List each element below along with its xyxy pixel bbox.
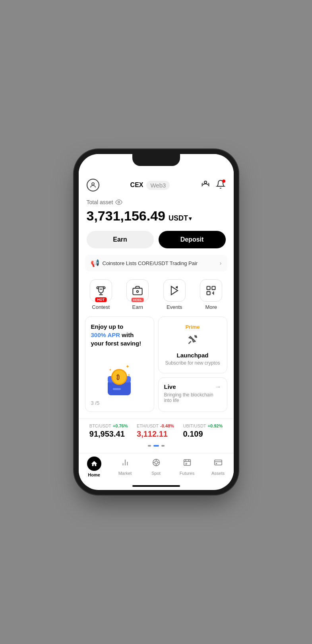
earn-label: Earn	[132, 304, 143, 310]
svg-rect-6	[207, 287, 210, 290]
quick-link-more[interactable]: More	[200, 279, 222, 310]
tab-web3[interactable]: Web3	[146, 181, 170, 190]
action-buttons: Earn Deposit	[79, 229, 234, 255]
ubit-ticker[interactable]: UBIT/USDT +0.92% 0.109	[183, 423, 223, 439]
futures-label: Futures	[180, 471, 194, 476]
asset-section: Total asset 3,731,156.49 USDT ▾	[79, 195, 234, 229]
more-label: More	[205, 304, 217, 310]
btc-price: 91,953.41	[89, 429, 128, 439]
quick-links-row: HOT Contest HODL Earn	[79, 278, 234, 316]
futures-icon	[183, 458, 192, 469]
svg-point-32	[216, 463, 217, 464]
prime-label: Prime	[185, 324, 200, 330]
spot-label: Spot	[151, 471, 161, 476]
contest-icon-wrap: HOT	[90, 279, 112, 302]
btc-ticker[interactable]: BTC/USDT +0.76% 91,953.41	[89, 423, 128, 439]
asset-amount-value: 3,731,156.49	[87, 208, 166, 224]
launchpad-title: Launchpad	[176, 352, 208, 359]
announcement-arrow: ›	[220, 260, 222, 266]
earn-card-counter: 3 /5	[91, 400, 148, 406]
asset-currency[interactable]: USDT ▾	[169, 214, 192, 222]
launchpad-desc: Subscribe for new cryptos	[165, 360, 220, 366]
earn-apr: 300% APR	[91, 332, 120, 338]
notification-bell[interactable]	[216, 180, 225, 191]
svg-text:✦: ✦	[126, 364, 130, 369]
live-desc: Bringing the blockchain into life	[164, 392, 221, 403]
assets-icon	[214, 458, 223, 469]
svg-rect-17	[113, 388, 121, 390]
svg-point-18	[194, 335, 197, 338]
dot-3	[161, 445, 165, 447]
svg-point-2	[118, 201, 120, 203]
cards-grid: Enjoy up to 300% APR with your forst sav…	[79, 316, 234, 418]
tab-cex[interactable]: CEX	[130, 181, 143, 189]
earn-card-bottom: ✦ ✦ ✦ ₿	[91, 357, 148, 406]
earn-card-text: Enjoy up to 300% APR with your forst sav…	[91, 322, 148, 347]
svg-point-4	[137, 291, 139, 293]
dot-1	[148, 445, 151, 447]
announcement-banner[interactable]: 📢 Coinstore Lists CORE/USDT Trading Pair…	[85, 255, 227, 271]
hot-badge: HOT	[95, 297, 107, 302]
svg-text:₿: ₿	[116, 374, 120, 381]
launchpad-card[interactable]: Prime Launchpad Subscribe for new crypto…	[158, 316, 227, 373]
home-indicator	[132, 485, 180, 487]
nav-home[interactable]: Home	[79, 457, 110, 477]
live-arrow: →	[215, 383, 221, 390]
support-icon[interactable]	[201, 179, 210, 191]
dot-2-active	[153, 445, 159, 447]
svg-rect-3	[133, 288, 142, 295]
eye-icon[interactable]	[115, 199, 122, 206]
live-card[interactable]: Live → Bringing the blockchain into life	[158, 377, 227, 412]
events-label: Events	[167, 304, 182, 310]
live-title: Live	[164, 383, 176, 390]
nav-futures[interactable]: Futures	[172, 458, 203, 476]
eth-pair: ETH/USDT	[137, 423, 159, 428]
spot-icon	[152, 458, 161, 469]
svg-rect-31	[214, 460, 221, 465]
market-icon	[121, 458, 130, 469]
ticker-row: BTC/USDT +0.76% 91,953.41 ETH/USDT -0.48…	[79, 418, 234, 445]
eth-ticker[interactable]: ETH/USDT -0.48% 3,112.11	[137, 423, 174, 439]
home-icon	[87, 457, 101, 471]
ubit-pair: UBIT/USDT	[183, 423, 206, 428]
btc-change: +0.76%	[113, 423, 128, 428]
eth-price: 3,112.11	[137, 429, 174, 439]
eth-change: -0.48%	[160, 423, 174, 428]
bottom-navigation: Home Market Spot	[79, 453, 234, 485]
total-asset-label: Total asset	[87, 199, 113, 205]
earn-button[interactable]: Earn	[87, 231, 154, 248]
launchpad-icon	[186, 332, 200, 349]
hodl-badge: HODL	[132, 298, 144, 302]
svg-text:✦: ✦	[109, 368, 112, 372]
deposit-button[interactable]: Deposit	[159, 231, 226, 248]
quick-link-contest[interactable]: HOT Contest	[90, 279, 112, 310]
btc-pair: BTC/USDT	[89, 423, 111, 428]
quick-link-earn[interactable]: HODL Earn	[126, 279, 149, 310]
quick-link-events[interactable]: Events	[163, 279, 186, 310]
nav-spot[interactable]: Spot	[141, 458, 172, 476]
contest-label: Contest	[92, 304, 110, 310]
ticker-dots	[79, 445, 234, 451]
svg-point-0	[92, 183, 94, 185]
svg-rect-25	[184, 460, 190, 466]
market-label: Market	[118, 471, 132, 476]
coin-illustration: ✦ ✦ ✦ ₿	[102, 361, 138, 397]
svg-point-1	[204, 181, 207, 183]
svg-point-20	[155, 461, 157, 464]
svg-rect-7	[212, 287, 215, 290]
more-icon-wrap	[200, 279, 222, 302]
app-header: CEX Web3	[79, 174, 234, 195]
earn-icon-wrap: HODL	[126, 279, 149, 302]
profile-icon[interactable]	[87, 179, 99, 191]
svg-rect-8	[207, 291, 210, 295]
assets-label: Assets	[211, 471, 225, 476]
nav-market[interactable]: Market	[110, 458, 141, 476]
announcement-icon: 📢	[91, 259, 99, 267]
home-label: Home	[88, 472, 100, 477]
live-card-header: Live →	[164, 383, 221, 390]
earn-savings-card[interactable]: Enjoy up to 300% APR with your forst sav…	[85, 316, 154, 412]
events-icon-wrap	[163, 279, 186, 302]
nav-assets[interactable]: Assets	[203, 458, 234, 476]
ubit-change: +0.92%	[208, 423, 223, 428]
announcement-text: Coinstore Lists CORE/USDT Trading Pair	[103, 260, 217, 266]
